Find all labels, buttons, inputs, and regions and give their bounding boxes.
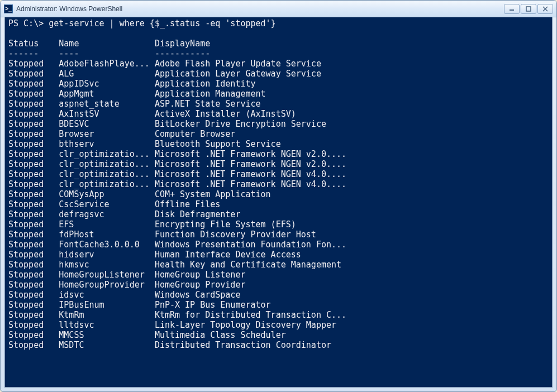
service-row: Stopped IPBusEnum PnP-X IP Bus Enumerato… [8, 300, 550, 310]
window-title: Administrator: Windows PowerShell [16, 5, 504, 13]
service-row: Stopped ALG Application Layer Gateway Se… [8, 69, 550, 79]
service-row: Stopped bthserv Bluetooth Support Servic… [8, 139, 550, 149]
service-row: Stopped Browser Computer Browser [8, 129, 550, 139]
service-list: Stopped AdobeFlashPlaye... Adobe Flash P… [8, 59, 550, 350]
service-row: Stopped KtmRm KtmRm for Distributed Tran… [8, 310, 550, 320]
service-row: Stopped fdPHost Function Discovery Provi… [8, 230, 550, 240]
window-buttons [504, 4, 553, 14]
blank-line [8, 28, 550, 39]
powershell-window: >_ Administrator: Windows PowerShell PS … [0, 0, 557, 392]
prompt: PS C:\> get-service | where {$_.status -… [8, 18, 276, 28]
command-text: get-service | where {$_.status -eq 'stop… [49, 18, 275, 28]
service-row: Stopped clr_optimizatio... Microsoft .NE… [8, 169, 550, 179]
service-row: Stopped idsvc Windows CardSpace [8, 290, 550, 300]
service-row: Stopped EFS Encrypting File System (EFS) [8, 219, 550, 230]
service-row: Stopped MMCSS Multimedia Class Scheduler [8, 330, 550, 340]
service-row: Stopped hidserv Human Interface Device A… [8, 250, 550, 260]
powershell-icon: >_ [4, 4, 13, 13]
svg-rect-1 [526, 7, 531, 11]
service-row: Stopped defragsvc Disk Defragmenter [8, 209, 550, 219]
service-row: Stopped clr_optimizatio... Microsoft .NE… [8, 149, 550, 159]
service-row: Stopped clr_optimizatio... Microsoft .NE… [8, 159, 550, 169]
service-row: Stopped lltdsvc Link-Layer Topology Disc… [8, 320, 550, 330]
service-row: Stopped HomeGroupProvider HomeGroup Prov… [8, 280, 550, 290]
service-row: Stopped COMSysApp COM+ System Applicatio… [8, 189, 550, 199]
service-row: Stopped AdobeFlashPlaye... Adobe Flash P… [8, 59, 550, 69]
service-row: Stopped BDESVC BitLocker Drive Encryptio… [8, 119, 550, 129]
service-row: Stopped AxInstSV ActiveX Installer (AxIn… [8, 109, 550, 119]
minimize-button[interactable] [504, 4, 520, 14]
column-underline: ------ ---- ----------- [8, 49, 550, 59]
column-headers: Status Name DisplayName [8, 39, 550, 49]
prompt-text: PS C:\> [8, 18, 49, 28]
close-button[interactable] [537, 4, 553, 14]
service-row: Stopped clr_optimizatio... Microsoft .NE… [8, 179, 550, 189]
service-row: Stopped HomeGroupListener HomeGroup List… [8, 270, 550, 280]
service-row: Stopped hkmsvc Health Key and Certificat… [8, 260, 550, 270]
service-row: Stopped CscService Offline Files [8, 199, 550, 209]
service-row: Stopped MSDTC Distributed Transaction Co… [8, 340, 550, 350]
service-row: Stopped AppMgmt Application Management [8, 89, 550, 99]
service-row: Stopped AppIDSvc Application Identity [8, 79, 550, 89]
console-area[interactable]: PS C:\> get-service | where {$_.status -… [4, 17, 553, 388]
titlebar[interactable]: >_ Administrator: Windows PowerShell [1, 1, 556, 17]
maximize-button[interactable] [521, 4, 536, 14]
service-row: Stopped FontCache3.0.0.0 Windows Present… [8, 240, 550, 250]
service-row: Stopped aspnet_state ASP.NET State Servi… [8, 99, 550, 109]
